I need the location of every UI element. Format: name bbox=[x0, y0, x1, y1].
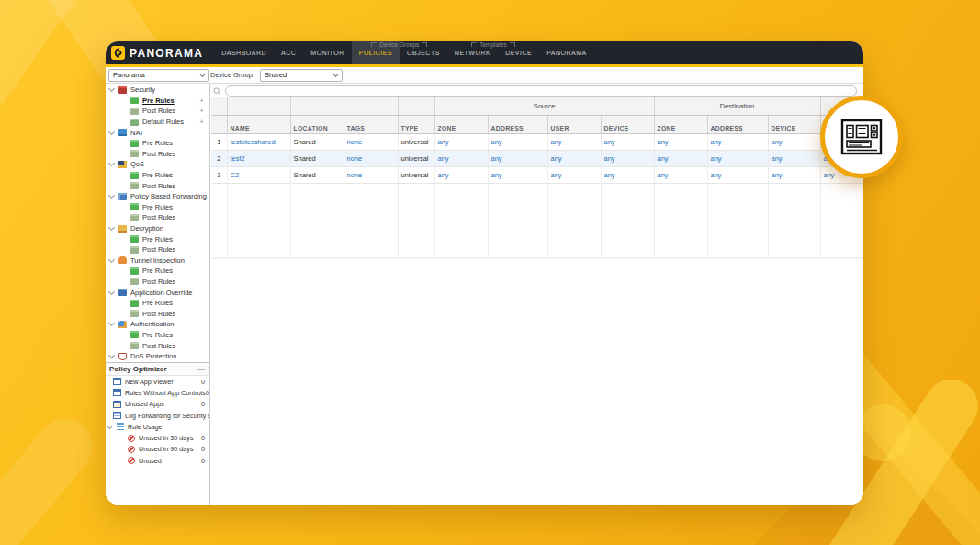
tree-item-pbf-post-rules[interactable]: Post Rules bbox=[106, 212, 209, 223]
optimizer-item-new-app-viewer[interactable]: New App Viewer0 bbox=[106, 376, 209, 387]
column-header-source-address[interactable]: ADDRESS bbox=[488, 116, 547, 134]
tunnel-inspection-icon bbox=[118, 256, 127, 264]
tree-item-security[interactable]: Security bbox=[106, 85, 209, 96]
rule-name-link[interactable]: testotesshared bbox=[227, 134, 290, 151]
top-navbar: PANORAMA DASHBOARD ACC MONITOR Device Gr… bbox=[106, 41, 863, 64]
row-number-column-header bbox=[211, 116, 227, 134]
device-groups-label: Device Groups bbox=[352, 42, 447, 48]
dos-protection-icon bbox=[118, 353, 127, 360]
tree-item-authentication[interactable]: Authentication bbox=[106, 319, 209, 330]
post-rules-icon bbox=[130, 108, 139, 115]
add-icon[interactable]: + bbox=[198, 119, 205, 125]
optimizer-item-log-forwarding[interactable]: Log Forwarding for Security Ser bbox=[106, 410, 209, 421]
chevron-down-icon bbox=[107, 423, 113, 429]
post-rules-icon bbox=[130, 278, 139, 285]
feature-badge bbox=[820, 96, 903, 178]
collapse-icon[interactable]: — bbox=[197, 366, 205, 373]
tree-item-application-override[interactable]: Application Override bbox=[106, 287, 209, 298]
tree-item-decryption-pre-rules[interactable]: Pre Rules bbox=[106, 233, 209, 244]
policy-optimizer-header: Policy Optimizer — bbox=[106, 363, 209, 376]
tree-item-security-pre-rules[interactable]: Pre Rules+ bbox=[106, 96, 209, 107]
default-rules-icon bbox=[130, 119, 139, 126]
context-select[interactable]: Panorama bbox=[108, 69, 209, 82]
bracket-icon bbox=[510, 42, 515, 47]
marketing-background: PANORAMA DASHBOARD ACC MONITOR Device Gr… bbox=[0, 0, 980, 545]
tab-panorama[interactable]: PANORAMA bbox=[539, 41, 594, 64]
optimizer-item-unused-apps[interactable]: Unused Apps0 bbox=[106, 399, 209, 410]
tree-item-appovr-pre-rules[interactable]: Pre Rules bbox=[106, 298, 209, 309]
policy-optimizer-title: Policy Optimizer bbox=[109, 365, 167, 373]
pre-rules-icon bbox=[130, 300, 139, 307]
rule-usage-icon bbox=[117, 423, 124, 430]
tree-item-dos-protection[interactable]: DoS Protection bbox=[106, 351, 209, 362]
tree-item-policy-based-forwarding[interactable]: Policy Based Forwarding bbox=[106, 191, 209, 202]
security-icon bbox=[118, 86, 127, 94]
tab-monitor[interactable]: MONITOR bbox=[303, 41, 351, 64]
nav-tabs: DASHBOARD ACC MONITOR Device Groups POLI… bbox=[214, 41, 594, 64]
tree-item-nat-post-rules[interactable]: Post Rules bbox=[106, 149, 209, 160]
tree-item-tunnel-pre-rules[interactable]: Pre Rules bbox=[106, 266, 209, 277]
pre-rules-icon bbox=[130, 267, 139, 275]
application-override-icon bbox=[118, 289, 127, 296]
column-header-type[interactable]: TYPE bbox=[398, 116, 434, 134]
group-header-row: Source Destination bbox=[211, 97, 863, 116]
policy-tree: Security Pre Rules+ Post Rules+ Default … bbox=[106, 84, 209, 362]
optimizer-item-unused-30-days[interactable]: Unused in 30 days0 bbox=[106, 432, 209, 443]
tree-item-qos[interactable]: QoS bbox=[106, 159, 209, 170]
search-input[interactable] bbox=[225, 85, 857, 97]
column-header-name[interactable]: NAME bbox=[227, 116, 290, 134]
device-group-select[interactable]: Shared bbox=[260, 69, 343, 82]
rule-name-link[interactable]: C2 bbox=[227, 167, 290, 184]
table-row[interactable]: 3 C2 Shared none universal any any any a… bbox=[211, 167, 863, 184]
nat-icon bbox=[118, 129, 127, 136]
log-forwarding-icon bbox=[113, 412, 121, 419]
tab-dashboard[interactable]: DASHBOARD bbox=[214, 41, 274, 64]
app-viewer-icon bbox=[113, 378, 121, 385]
optimizer-item-unused-90-days[interactable]: Unused in 90 days0 bbox=[106, 444, 209, 455]
tree-item-tunnel-post-rules[interactable]: Post Rules bbox=[106, 277, 209, 288]
tree-item-decryption[interactable]: Decryption bbox=[106, 223, 209, 234]
column-header-dest-zone[interactable]: ZONE bbox=[654, 116, 707, 134]
chevron-down-icon bbox=[199, 71, 206, 77]
pre-rules-icon bbox=[130, 97, 139, 104]
table-row[interactable]: 1 testotesshared Shared none universal a… bbox=[211, 134, 863, 151]
tree-item-qos-pre-rules[interactable]: Pre Rules bbox=[106, 170, 209, 181]
optimizer-item-rule-usage[interactable]: Rule Usage bbox=[106, 421, 209, 432]
chevron-down-icon bbox=[108, 256, 115, 263]
empty-grid-area bbox=[211, 184, 863, 259]
tree-item-qos-post-rules[interactable]: Post Rules bbox=[106, 180, 209, 191]
templates-label: Templates bbox=[447, 42, 539, 48]
column-header-location[interactable]: LOCATION bbox=[290, 116, 344, 134]
table-row[interactable]: 2 test2 Shared none universal any any an… bbox=[211, 151, 863, 167]
column-header-source-user[interactable]: USER bbox=[547, 116, 601, 134]
add-icon[interactable]: + bbox=[198, 97, 205, 104]
add-icon[interactable]: + bbox=[198, 108, 205, 114]
column-header-tags[interactable]: TAGS bbox=[344, 116, 398, 134]
tree-item-auth-pre-rules[interactable]: Pre Rules bbox=[106, 330, 209, 341]
post-rules-icon bbox=[130, 214, 139, 221]
tree-item-nat[interactable]: NAT bbox=[106, 127, 209, 138]
tree-item-security-default-rules[interactable]: Default Rules+ bbox=[106, 117, 209, 128]
column-header-dest-address[interactable]: ADDRESS bbox=[707, 116, 768, 134]
tree-item-nat-pre-rules[interactable]: Pre Rules bbox=[106, 138, 209, 149]
post-rules-icon bbox=[130, 246, 139, 254]
column-header-source-device[interactable]: DEVICE bbox=[601, 116, 654, 134]
post-rules-icon bbox=[130, 310, 139, 317]
tree-item-auth-post-rules[interactable]: Post Rules bbox=[106, 340, 209, 351]
panorama-logo: PANORAMA bbox=[111, 46, 203, 60]
tree-item-tunnel-inspection[interactable]: Tunnel Inspection bbox=[106, 255, 209, 267]
optimizer-item-unused[interactable]: Unused0 bbox=[106, 455, 209, 466]
chevron-down-icon bbox=[108, 289, 115, 295]
chevron-down-icon bbox=[108, 352, 115, 358]
rule-name-link[interactable]: test2 bbox=[227, 151, 290, 167]
column-header-source-zone[interactable]: ZONE bbox=[434, 116, 488, 134]
tree-item-appovr-post-rules[interactable]: Post Rules bbox=[106, 308, 209, 319]
bracket-icon bbox=[422, 42, 427, 47]
tree-item-pbf-pre-rules[interactable]: Pre Rules bbox=[106, 202, 209, 213]
tab-acc[interactable]: ACC bbox=[274, 41, 303, 64]
optimizer-item-rules-without-app-controls[interactable]: Rules Without App Controls0 bbox=[106, 387, 209, 398]
tree-item-decryption-post-rules[interactable]: Post Rules bbox=[106, 244, 209, 255]
tree-item-security-post-rules[interactable]: Post Rules+ bbox=[106, 106, 209, 117]
column-header-dest-device[interactable]: DEVICE bbox=[768, 116, 820, 134]
policy-rules-icon bbox=[840, 119, 883, 155]
